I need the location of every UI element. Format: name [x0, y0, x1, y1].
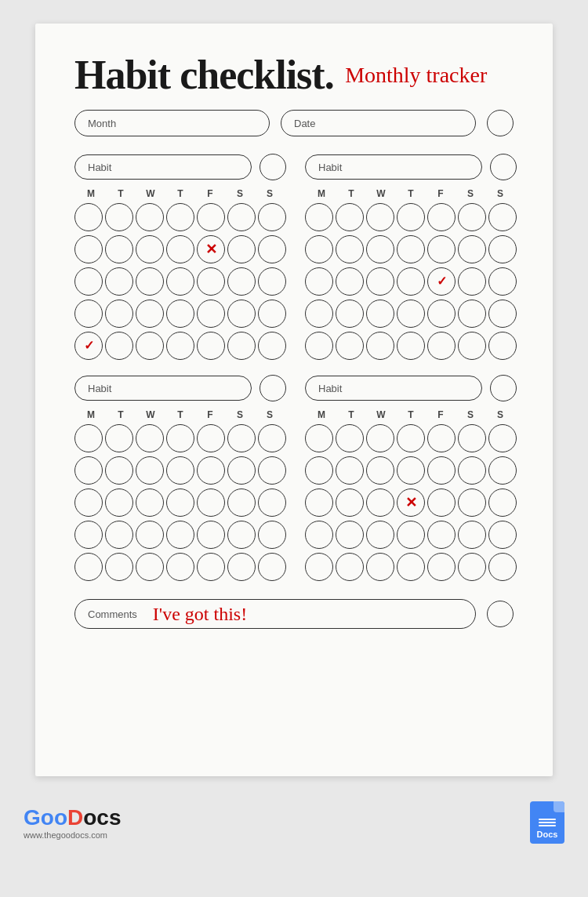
circle-4-2[interactable]: [105, 300, 133, 328]
circle-2-7[interactable]: [258, 235, 286, 263]
circles-grid-4: ✕: [305, 423, 517, 582]
circle-5-7[interactable]: [258, 332, 286, 360]
day-s: S: [225, 188, 255, 199]
circle-1-3[interactable]: [136, 203, 164, 231]
brand-logo: GooDocs: [24, 805, 121, 830]
day-m: M: [76, 188, 106, 199]
circle-5-6[interactable]: [227, 332, 256, 360]
day-w: W: [136, 188, 165, 199]
habit-circle-4: [490, 375, 517, 401]
circle-5-2[interactable]: [105, 332, 133, 360]
habit-header-3: Habit: [74, 375, 286, 401]
circle-1-6[interactable]: [227, 203, 256, 231]
circle-1-1[interactable]: [74, 203, 103, 231]
circles-grid-3: [74, 423, 286, 582]
circle-3-7[interactable]: [258, 267, 286, 296]
circle-4-6[interactable]: [227, 300, 256, 328]
title-line: Habit checklist. Monthly tracker: [74, 55, 514, 96]
brand-url: www.thegoodocs.com: [24, 830, 107, 840]
day-headers-4: M T W T F S S: [305, 409, 517, 420]
habit-header-2: Habit: [305, 154, 517, 180]
circle-5-5[interactable]: [197, 332, 225, 360]
habit-label-1[interactable]: Habit: [74, 154, 252, 180]
comments-row: Comments I've got this!: [74, 599, 514, 629]
docs-app-icon: Docs: [530, 801, 564, 844]
comments-field[interactable]: Comments I've got this!: [74, 599, 476, 629]
circle-2-3[interactable]: [136, 235, 164, 263]
habit-label-4[interactable]: Habit: [305, 376, 482, 401]
circle-2-6[interactable]: [227, 235, 256, 263]
footer: GooDocs www.thegoodocs.com Docs: [0, 792, 588, 856]
document-page: Habit checklist. Monthly tracker Month D…: [35, 24, 553, 776]
habit-block-3: Habit M T W T F S S: [74, 375, 286, 582]
habit-header-4: Habit: [305, 375, 517, 401]
day-headers-2: M T W T F S S: [305, 188, 517, 199]
habit-block-1: Habit M T W T F S S: [74, 154, 286, 361]
circle-5-3[interactable]: [136, 332, 164, 360]
day-headers-3: M T W T F S S: [74, 409, 286, 420]
circle-3-2[interactable]: [105, 267, 133, 296]
circle-2-5[interactable]: ✕: [197, 235, 225, 263]
habit-label-2[interactable]: Habit: [305, 154, 482, 180]
comments-text: I've got this!: [153, 604, 247, 625]
circle-5-1[interactable]: ✓: [74, 332, 103, 360]
mark-check-1: ✓: [84, 340, 94, 352]
date-field[interactable]: Date: [281, 110, 476, 136]
header-circle: [487, 110, 514, 136]
brand-section: GooDocs www.thegoodocs.com: [24, 805, 121, 840]
day-t: T: [106, 188, 136, 199]
circle-4-5[interactable]: [197, 300, 225, 328]
circle-4-4[interactable]: [166, 300, 194, 328]
habit-block-4: Habit M T W T F S S: [305, 375, 517, 582]
mark-x-4: ✕: [405, 496, 417, 510]
day-headers-1: M T W T F S S: [74, 188, 286, 199]
habit-circle-3: [260, 375, 286, 401]
habit-circle-2: [490, 154, 517, 180]
title-sub: Monthly tracker: [345, 63, 487, 87]
circle-2-1[interactable]: [74, 235, 103, 263]
habit-circle-1: [260, 154, 286, 180]
comments-circle: [487, 601, 514, 627]
habit-label-3[interactable]: Habit: [74, 376, 252, 401]
day-f: F: [195, 188, 225, 199]
docs-icon-label: Docs: [537, 830, 558, 839]
circle-2-2[interactable]: [105, 235, 133, 263]
day-s2: S: [255, 188, 285, 199]
circle-3-1[interactable]: [74, 267, 103, 296]
circle-3-4[interactable]: [166, 267, 194, 296]
circle-1-4[interactable]: [166, 203, 194, 231]
day-t2: T: [165, 188, 195, 199]
header-row: Month Date: [74, 110, 514, 136]
circles-grid-1: ✕ ✓: [74, 202, 286, 361]
circle-3-6[interactable]: [227, 267, 256, 296]
docs-lines: [539, 819, 556, 826]
circles-grid-2: ✓: [305, 202, 517, 361]
circle-4-7[interactable]: [258, 300, 286, 328]
circle-3-3[interactable]: [136, 267, 164, 296]
circle-3-5[interactable]: [197, 267, 225, 296]
circle-5-4[interactable]: [166, 332, 194, 360]
circle-4-3[interactable]: [136, 300, 164, 328]
title-section: Habit checklist. Monthly tracker: [74, 55, 514, 96]
habit-header-1: Habit: [74, 154, 286, 180]
mark-x-1: ✕: [205, 242, 217, 256]
circle-1-7[interactable]: [258, 203, 286, 231]
habit-block-2: Habit M T W T F S S: [305, 154, 517, 361]
habits-grid: Habit M T W T F S S: [74, 154, 514, 582]
circle-2-4[interactable]: [166, 235, 194, 263]
circle-4-1[interactable]: [74, 300, 103, 328]
circle-1-5[interactable]: [197, 203, 225, 231]
month-field[interactable]: Month: [74, 110, 270, 136]
circle-1-2[interactable]: [105, 203, 133, 231]
title-main: Habit checklist.: [74, 53, 334, 97]
mark-check-2: ✓: [437, 275, 447, 288]
